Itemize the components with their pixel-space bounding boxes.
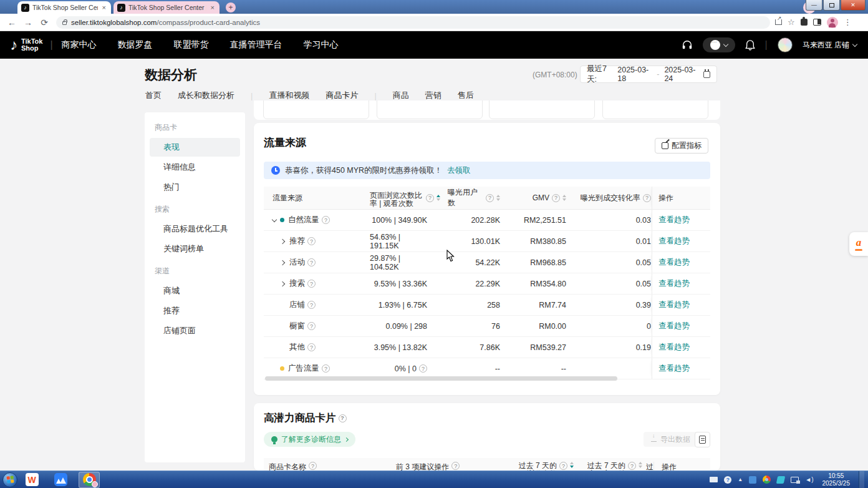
view-trend-link[interactable]: 查看趋势 [658,278,690,289]
alibaba-float-widget[interactable]: a [849,232,868,256]
view-trend-link[interactable]: 查看趋势 [658,215,690,225]
taskbar-clock[interactable]: 10:55 2025/3/25 [822,472,851,487]
info-icon[interactable] [643,194,651,202]
volume-icon[interactable]: ◄) [805,476,813,483]
metric-card[interactable] [377,100,483,119]
info-icon[interactable] [552,194,560,202]
address-bar[interactable]: seller.tiktokglobalshop.com/compass/prod… [56,16,770,29]
info-icon[interactable] [322,364,330,373]
expand-icon[interactable] [280,281,285,286]
expand-icon[interactable] [280,260,285,265]
browser-tab-inactive[interactable]: ♪ TikTok Shop Seller Center | Cr × [113,1,219,14]
sidebar-item-shop-page[interactable]: 店铺页面 [150,321,240,340]
headset-icon[interactable] [682,39,693,51]
view-trend-link[interactable]: 查看趋势 [658,363,690,374]
browser-tab-active[interactable]: ♪ TikTok Shop Seller Center | Cr × [17,1,111,14]
nav-item-learning[interactable]: 学习中心 [304,39,339,51]
show-desktop-button[interactable] [859,471,864,488]
notification-bell-icon[interactable] [745,39,755,51]
tab-growth-analytics[interactable]: 成长和数据分析 [178,90,234,106]
messages-button[interactable] [703,37,735,52]
bookmark-star-icon[interactable]: ☆ [788,17,795,27]
nav-item-data-compass[interactable]: 数据罗盘 [118,39,153,51]
nav-item-affiliate[interactable]: 联盟带货 [174,39,209,51]
browser-menu-icon[interactable]: ⋮ [844,17,852,27]
sidebar-item-performance[interactable]: 表现 [150,138,240,157]
view-trend-link[interactable]: 查看趋势 [658,321,690,331]
sidebar-item-recommend[interactable]: 推荐 [150,301,240,320]
metric-card[interactable] [602,100,708,119]
info-icon[interactable] [322,216,330,224]
nav-item-live-manage[interactable]: 直播管理平台 [230,39,282,51]
window-minimize-button[interactable]: — [806,0,822,11]
window-maximize-button[interactable] [823,0,840,11]
language-bar-icon[interactable] [710,477,718,482]
info-icon[interactable] [486,194,494,202]
view-trend-link[interactable]: 查看趋势 [658,300,690,310]
horizontal-scrollbar[interactable] [265,376,617,381]
tab-home[interactable]: 首页 [145,90,162,106]
col-users[interactable]: 曝光用户数 [448,187,506,209]
sidebar-item-mall[interactable]: 商城 [150,281,240,300]
sort-icon[interactable] [562,195,566,201]
info-icon[interactable] [559,462,567,470]
tab-close-icon[interactable]: × [101,4,107,11]
info-icon[interactable] [426,194,434,202]
extensions-icon[interactable] [801,19,808,26]
col-conversion[interactable]: 曝光到成交转化率 [571,187,652,209]
forward-icon[interactable]: → [20,17,36,27]
info-icon[interactable] [307,280,316,288]
taskbar-chrome-button[interactable] [79,472,100,488]
side-panel-icon[interactable] [813,19,821,26]
tab-close-icon[interactable]: × [210,4,216,11]
collapse-icon[interactable] [272,217,277,222]
configure-metrics-button[interactable]: 配置指标 [655,138,708,154]
info-icon[interactable] [307,322,316,330]
share-icon[interactable] [775,19,782,25]
metric-card[interactable] [263,100,369,119]
date-range-picker[interactable]: 最近7天: 2025-03-18 - 2025-03-24 [580,66,717,83]
view-trend-link[interactable]: 查看趋势 [658,257,690,268]
new-tab-button[interactable]: + [226,2,236,12]
info-icon[interactable] [309,462,317,470]
sort-icon[interactable] [496,195,500,201]
info-icon[interactable] [307,301,316,309]
refresh-icon[interactable]: ⟳ [36,17,52,27]
taskbar-wps-button[interactable]: W [21,472,42,488]
help-tray-icon[interactable]: ? [724,476,731,484]
info-icon[interactable] [307,343,316,351]
start-button[interactable] [2,472,17,487]
info-icon[interactable] [419,364,427,373]
claim-coupon-link[interactable]: 去领取 [447,165,471,176]
taskbar-remote-app-button[interactable] [50,472,71,488]
sort-icon[interactable] [436,195,440,201]
sidebar-item-keyword-ranking[interactable]: 关键词榜单 [150,240,240,258]
info-icon[interactable] [307,258,316,266]
network-icon[interactable] [791,477,799,483]
metric-card[interactable] [489,100,595,119]
export-data-button[interactable]: 导出数据 [644,432,698,447]
info-icon[interactable] [628,462,636,470]
sidebar-item-title-optimizer[interactable]: 商品标题优化工具 [150,220,240,238]
tray-app-icon[interactable] [749,476,756,484]
expand-icon[interactable] [280,238,285,243]
tray-chrome-icon[interactable] [763,476,771,484]
report-list-button[interactable] [695,432,710,447]
col-gmv[interactable]: GMV [506,187,571,209]
info-icon[interactable] [339,414,347,422]
diagnosis-link[interactable]: 了解更多诊断信息 [264,432,355,447]
sidebar-item-trending[interactable]: 热门 [150,178,240,197]
tray-expand-icon[interactable]: ▲ [738,477,743,482]
info-icon[interactable] [451,462,460,470]
tiktok-shop-logo[interactable]: ♪ TikTokShop [10,36,42,54]
view-trend-link[interactable]: 查看趋势 [658,342,690,353]
view-trend-link[interactable]: 查看趋势 [658,236,690,246]
back-icon[interactable]: ← [4,17,20,27]
nav-item-seller-center[interactable]: 商家中心 [62,39,97,51]
store-avatar[interactable] [778,37,793,52]
info-icon[interactable] [307,237,316,245]
browser-profile-avatar[interactable] [827,17,838,28]
col-ratio[interactable]: 页面浏览次数比率 | 观看次数 [370,187,448,209]
tray-teal-app-icon[interactable] [776,476,786,484]
sidebar-item-details[interactable]: 详细信息 [150,158,240,177]
